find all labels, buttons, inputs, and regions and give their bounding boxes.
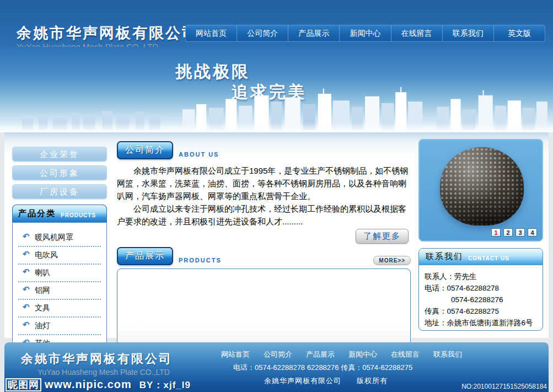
category-label: 喇叭 [35, 268, 50, 277]
sidebar: 企业荣誉 公司形象 厂房设备 产品分类 PRODUCTS ↶ 暖风机网罩 ↶ 电… [7, 132, 107, 338]
main-content: 企业荣誉 公司形象 厂房设备 产品分类 PRODUCTS ↶ 暖风机网罩 ↶ 电… [4, 132, 549, 338]
about-tab-button[interactable]: 公司简介 [117, 141, 173, 159]
learn-more-button[interactable]: 了解更多 [356, 229, 409, 244]
page-button-3[interactable]: 3 [516, 228, 525, 237]
nav-item-home[interactable]: 网站首页 [186, 25, 237, 41]
nav-item-products[interactable]: 产品展示 [288, 25, 339, 41]
nav-item-news[interactable]: 新闻中心 [339, 25, 390, 41]
footer-link-products[interactable]: 产品展示 [306, 348, 335, 361]
category-item-aluminum-mesh[interactable]: ↶ 铝网 [18, 282, 101, 300]
about-paragraph-1: 余姚市华声网板有限公司成立于1995年，是专业生产不锈钢制品，如不锈钢网篮，水果… [117, 164, 411, 202]
page-footer: 余姚市华声网板有限公司 YuYao Huasheng Mesh Plate CO… [4, 342, 549, 392]
footer-link-home[interactable]: 网站首页 [221, 348, 250, 361]
right-column: 1 2 3 4 联系我们 CONTACT US 联系人：劳先生 电话：0574-… [418, 132, 546, 338]
products-tab-button[interactable]: 产品展示 [117, 247, 173, 265]
product-photo-box: 1 2 3 4 [418, 139, 543, 241]
category-label: 油灯 [35, 321, 50, 330]
product-category-list: ↶ 暖风机网罩 ↶ 电吹风 ↶ 喇叭 ↶ 铝网 ↶ 文具 [12, 222, 107, 359]
footer-serial-number: NO:20100127151525058184 [461, 383, 547, 390]
banner-bottom-fade [0, 122, 553, 132]
category-item-speaker[interactable]: ↶ 喇叭 [18, 265, 101, 282]
about-paragraph-2: 公司成立以来专注于网板的冲孔技术，经过长期工作经验的累积以及根据客户要求的改进，… [117, 202, 411, 228]
about-text: 余姚市华声网板有限公司成立于1995年，是专业生产不锈钢制品，如不锈钢网篮，水果… [117, 164, 411, 228]
footer-link-contact[interactable]: 联系我们 [433, 348, 462, 361]
main-nav: 网站首页 公司简介 产品展示 新闻中心 在线留言 联系我们 英文版 [185, 25, 545, 42]
page-button-1[interactable]: 1 [491, 228, 501, 237]
contact-phone-line-1: 电话：0574-62288278 [425, 282, 537, 294]
arrow-curl-icon: ↶ [23, 320, 30, 330]
mesh-dome-product-image [440, 147, 524, 225]
category-item-hairdryer[interactable]: ↶ 电吹风 [18, 247, 101, 265]
photo-pagination: 1 2 3 4 [491, 228, 537, 237]
about-more-row: 了解更多 [117, 229, 409, 244]
arrow-curl-icon: ↶ [23, 232, 30, 241]
arrow-curl-icon: ↶ [23, 302, 30, 312]
nipic-watermark: 昵图网www.nipic.comBY：xjf_l9 [6, 378, 191, 391]
watermark-site-name: 昵图网 [6, 378, 41, 391]
footer-link-message[interactable]: 在线留言 [391, 348, 420, 361]
arrow-curl-icon: ↶ [23, 267, 30, 277]
hero-banner: 挑战极限 追求完美 [0, 47, 553, 132]
footer-info: 网站首页 公司简介 产品展示 新闻中心 在线留言 联系我们 电话：0574-62… [221, 348, 462, 388]
contact-title: 联系我们 [426, 251, 463, 262]
products-more-button[interactable]: MORE>> [373, 256, 411, 265]
contact-body: 联系人：劳先生 电话：0574-62288278 0574-62288276 传… [419, 265, 543, 329]
logo-title: 余姚市华声网板有限公司 [17, 23, 198, 43]
products-section-header: 产品展示 PRODUCTS MORE>> [117, 247, 411, 265]
sidebar-item-honor[interactable]: 企业荣誉 [12, 147, 107, 162]
watermark-site-url: www.nipic.com [45, 378, 132, 390]
category-label: 铝网 [35, 286, 50, 294]
about-section-subtitle: ABOUT US [179, 151, 219, 159]
contact-subtitle: CONTACT US [468, 253, 509, 261]
footer-logo-subtitle: YuYao Huasheng Mesh Plate CO.,LTD [21, 368, 173, 377]
footer-logo-title: 余姚市华声网板有限公司 [21, 351, 173, 367]
nav-item-about[interactable]: 公司简介 [237, 25, 288, 41]
about-section-header: 公司简介 ABOUT US [117, 141, 411, 159]
contact-phone-line-2: 0574-62288276 [425, 294, 537, 305]
product-category-panel: 产品分类 PRODUCTS ↶ 暖风机网罩 ↶ 电吹风 ↶ 喇叭 ↶ [12, 205, 107, 359]
contact-fax-line: 传真：0574-62288275 [425, 305, 537, 317]
footer-wrap: 余姚市华声网板有限公司 YuYao Huasheng Mesh Plate CO… [0, 338, 553, 392]
sidebar-item-equipment[interactable]: 厂房设备 [12, 184, 107, 199]
sidebar-item-image[interactable]: 公司形象 [12, 165, 107, 180]
page-button-2[interactable]: 2 [503, 228, 513, 237]
nav-item-message[interactable]: 在线留言 [391, 25, 442, 41]
contact-address-line: 地址：余姚市低塘街道新洋路6号 [425, 317, 537, 329]
page-header: 余姚市华声网板有限公司 YuYao Huasheng Mesh Plate CO… [0, 0, 553, 47]
watermark-author: BY：xjf_l9 [139, 380, 191, 390]
footer-link-news[interactable]: 新闻中心 [348, 348, 377, 361]
footer-links: 网站首页 公司简介 产品展示 新闻中心 在线留言 联系我们 [221, 348, 462, 361]
footer-phone-line: 电话：0574-62288278 62288276 传真：0574-622882… [221, 361, 462, 374]
arrow-curl-icon: ↶ [23, 249, 30, 259]
product-category-title: 产品分类 [18, 208, 56, 219]
footer-copyright: 余姚华声网板有限公司 版权所有 [221, 374, 462, 388]
nav-item-contact[interactable]: 联系我们 [442, 25, 493, 41]
arrow-curl-icon: ↶ [23, 284, 30, 294]
product-category-subtitle: PRODUCTS [61, 209, 96, 218]
products-display-box [117, 269, 411, 350]
footer-link-about[interactable]: 公司简介 [264, 348, 292, 361]
nav-item-english[interactable]: 英文版 [493, 25, 545, 41]
contact-person-line: 联系人：劳先生 [425, 271, 537, 282]
category-item-oil-lamp[interactable]: ↶ 油灯 [18, 318, 101, 335]
center-column: 公司简介 ABOUT US 余姚市华声网板有限公司成立于1995年，是专业生产不… [107, 132, 418, 338]
page-button-4[interactable]: 4 [528, 228, 537, 237]
contact-box: 联系我们 CONTACT US 联系人：劳先生 电话：0574-62288278… [418, 248, 543, 331]
product-category-header: 产品分类 PRODUCTS [12, 205, 107, 222]
category-item-stationery[interactable]: ↶ 文具 [18, 300, 101, 318]
products-section-subtitle: PRODUCTS [179, 257, 222, 265]
category-item-heater-mesh[interactable]: ↶ 暖风机网罩 [18, 229, 101, 247]
banner-slogan-1: 挑战极限 [175, 61, 250, 83]
footer-logo: 余姚市华声网板有限公司 YuYao Huasheng Mesh Plate CO… [21, 351, 173, 377]
category-label: 电吹风 [35, 250, 58, 259]
category-label: 暖风机网罩 [35, 233, 73, 241]
category-label: 文具 [35, 303, 50, 312]
contact-header: 联系我们 CONTACT US [419, 249, 543, 265]
